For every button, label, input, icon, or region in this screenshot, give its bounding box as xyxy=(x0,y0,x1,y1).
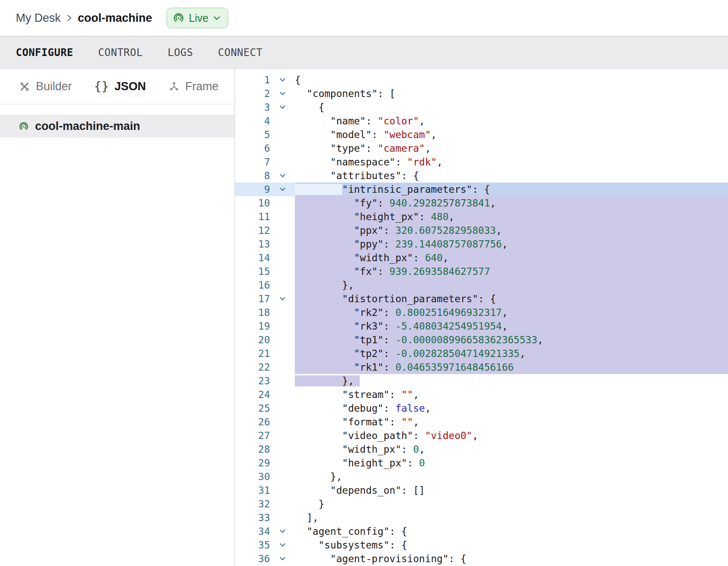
mode-builder[interactable]: Builder xyxy=(19,80,72,93)
breadcrumb-root[interactable]: My Desk xyxy=(16,12,61,25)
fold-toggle[interactable] xyxy=(270,100,295,114)
code-text[interactable]: { xyxy=(295,100,728,114)
code-text[interactable]: { xyxy=(295,73,728,87)
code-line-20[interactable]: 20 "tp1": -0.000008996658362365533, xyxy=(235,333,728,347)
code-text[interactable]: "rk2": 0.8002516496932317, xyxy=(295,306,728,319)
code-line-12[interactable]: 12 "ppx": 320.6075282958033, xyxy=(235,224,728,237)
code-text[interactable]: "agent_config": { xyxy=(295,525,728,538)
mode-frame[interactable]: Frame xyxy=(168,80,219,93)
fold-chevron-icon[interactable] xyxy=(279,105,286,109)
code-text[interactable]: "subsystems": { xyxy=(295,538,728,552)
code-line-28[interactable]: 28 "width_px": 0, xyxy=(235,442,728,456)
code-line-36[interactable]: 36 "agent-provisioning": { xyxy=(235,552,728,566)
mode-json[interactable]: {} JSON xyxy=(94,80,146,93)
code-text[interactable]: "intrinsic_parameters": { xyxy=(295,183,728,196)
code-text[interactable]: "tp1": -0.000008996658362365533, xyxy=(295,333,728,347)
code-text[interactable]: }, xyxy=(295,470,728,483)
code-line-5[interactable]: 5 "model": "webcam", xyxy=(235,128,728,142)
code-line-22[interactable]: 22 "rk1": 0.046535971648456166 xyxy=(235,360,728,374)
fold-chevron-icon[interactable] xyxy=(279,297,286,301)
code-text[interactable]: "fy": 940.2928257873841, xyxy=(295,196,728,210)
code-text[interactable]: "rk1": 0.046535971648456166 xyxy=(295,360,728,374)
fold-chevron-icon[interactable] xyxy=(279,557,286,561)
fold-toggle[interactable] xyxy=(270,73,295,87)
code-text[interactable]: "height_px": 0 xyxy=(295,456,728,470)
fold-toggle[interactable] xyxy=(270,87,295,100)
fold-toggle[interactable] xyxy=(270,169,295,183)
code-text[interactable]: "components": [ xyxy=(295,87,728,100)
code-line-17[interactable]: 17 "distortion_parameters": { xyxy=(235,292,728,306)
code-line-30[interactable]: 30 }, xyxy=(235,470,728,483)
code-line-15[interactable]: 15 "fx": 939.2693584627577 xyxy=(235,265,728,278)
code-text[interactable]: }, xyxy=(295,278,728,292)
tab-control[interactable]: CONTROL xyxy=(98,47,143,59)
code-line-11[interactable]: 11 "height_px": 480, xyxy=(235,210,728,224)
tab-connect[interactable]: CONNECT xyxy=(218,47,263,59)
code-text[interactable]: "name": "color", xyxy=(295,114,728,128)
code-line-33[interactable]: 33 ], xyxy=(235,511,728,525)
code-line-7[interactable]: 7 "namespace": "rdk", xyxy=(235,155,728,169)
code-line-3[interactable]: 3 { xyxy=(235,100,728,114)
code-text[interactable]: }, xyxy=(295,374,728,388)
code-line-21[interactable]: 21 "tp2": -0.002828504714921335, xyxy=(235,347,728,360)
code-text[interactable]: "tp2": -0.002828504714921335, xyxy=(295,347,728,360)
code-text[interactable]: "width_px": 640, xyxy=(295,251,728,265)
code-text[interactable]: "rk3": -5.408034254951954, xyxy=(295,319,728,333)
fold-toggle[interactable] xyxy=(270,292,295,306)
code-text[interactable]: "ppy": 239.14408757087756, xyxy=(295,237,728,251)
fold-toggle[interactable] xyxy=(270,525,295,538)
code-line-34[interactable]: 34 "agent_config": { xyxy=(235,525,728,538)
code-line-35[interactable]: 35 "subsystems": { xyxy=(235,538,728,552)
code-text[interactable]: "height_px": 480, xyxy=(295,210,728,224)
code-line-26[interactable]: 26 "format": "", xyxy=(235,415,728,429)
code-line-25[interactable]: 25 "debug": false, xyxy=(235,401,728,415)
sidebar-item-machine-part[interactable]: cool-machine-main xyxy=(0,115,235,138)
fold-chevron-icon[interactable] xyxy=(279,174,286,178)
code-text[interactable]: "fx": 939.2693584627577 xyxy=(295,265,728,278)
fold-chevron-icon[interactable] xyxy=(279,91,286,96)
code-text[interactable]: "debug": false, xyxy=(295,401,728,415)
code-text[interactable]: "ppx": 320.6075282958033, xyxy=(295,224,728,237)
code-text[interactable]: "type": "camera", xyxy=(295,142,728,155)
code-line-10[interactable]: 10 "fy": 940.2928257873841, xyxy=(235,196,728,210)
code-line-9[interactable]: 9 "intrinsic_parameters": { xyxy=(235,183,728,196)
fold-toggle[interactable] xyxy=(270,538,295,552)
code-line-6[interactable]: 6 "type": "camera", xyxy=(235,142,728,155)
code-line-19[interactable]: 19 "rk3": -5.408034254951954, xyxy=(235,319,728,333)
code-text[interactable]: ], xyxy=(295,511,728,525)
code-line-16[interactable]: 16 }, xyxy=(235,278,728,292)
code-text[interactable]: "stream": "", xyxy=(295,388,728,401)
code-line-32[interactable]: 32 } xyxy=(235,497,728,511)
code-area[interactable]: 1{2 "components": [3 {4 "name": "color",… xyxy=(235,73,728,566)
fold-chevron-icon[interactable] xyxy=(279,543,286,547)
code-text[interactable]: "width_px": 0, xyxy=(295,442,728,456)
code-line-8[interactable]: 8 "attributes": { xyxy=(235,169,728,183)
code-line-29[interactable]: 29 "height_px": 0 xyxy=(235,456,728,470)
code-line-14[interactable]: 14 "width_px": 640, xyxy=(235,251,728,265)
code-text[interactable]: } xyxy=(295,497,728,511)
code-text[interactable]: "model": "webcam", xyxy=(295,128,728,142)
code-text[interactable]: "format": "", xyxy=(295,415,728,429)
code-line-24[interactable]: 24 "stream": "", xyxy=(235,388,728,401)
fold-chevron-icon[interactable] xyxy=(279,529,286,534)
code-line-18[interactable]: 18 "rk2": 0.8002516496932317, xyxy=(235,306,728,319)
code-text[interactable]: "distortion_parameters": { xyxy=(295,292,728,306)
code-line-31[interactable]: 31 "depends_on": [] xyxy=(235,483,728,497)
fold-toggle[interactable] xyxy=(270,552,295,566)
live-status-dropdown[interactable]: Live xyxy=(167,8,228,28)
fold-chevron-icon[interactable] xyxy=(279,78,286,82)
code-text[interactable]: "agent-provisioning": { xyxy=(295,552,728,566)
tab-configure[interactable]: CONFIGURE xyxy=(16,47,73,59)
code-text[interactable]: "namespace": "rdk", xyxy=(295,155,728,169)
fold-toggle[interactable] xyxy=(270,183,295,196)
json-code-editor[interactable]: 1{2 "components": [3 {4 "name": "color",… xyxy=(235,69,728,566)
code-line-23[interactable]: 23 }, xyxy=(235,374,728,388)
code-text[interactable]: "depends_on": [] xyxy=(295,483,728,497)
code-text[interactable]: "video_path": "video0", xyxy=(295,429,728,442)
code-line-27[interactable]: 27 "video_path": "video0", xyxy=(235,429,728,442)
tab-logs[interactable]: LOGS xyxy=(167,47,193,59)
code-line-1[interactable]: 1{ xyxy=(235,73,728,87)
code-line-2[interactable]: 2 "components": [ xyxy=(235,87,728,100)
code-line-13[interactable]: 13 "ppy": 239.14408757087756, xyxy=(235,237,728,251)
code-text[interactable]: "attributes": { xyxy=(295,169,728,183)
